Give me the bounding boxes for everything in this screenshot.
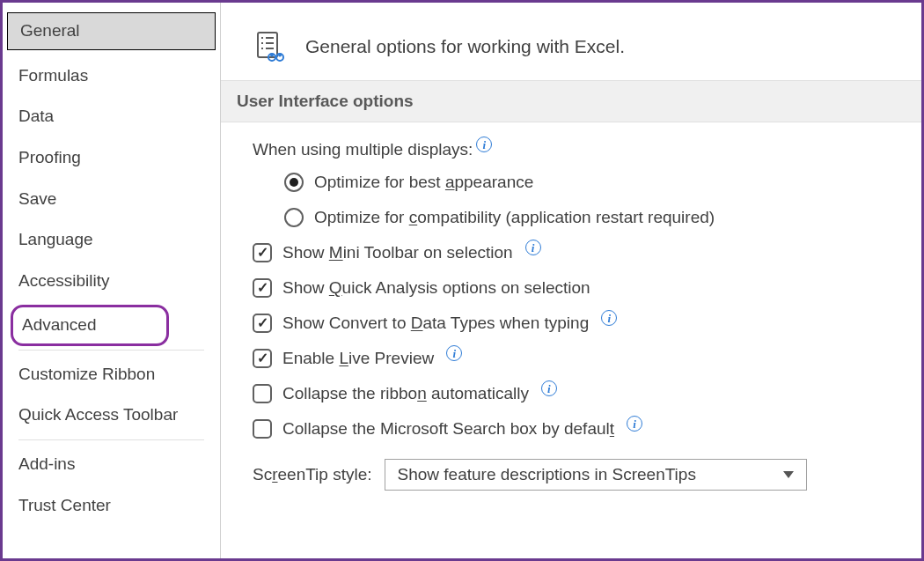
info-icon[interactable]: i: [446, 345, 462, 361]
checkbox-icon: [253, 243, 272, 262]
radio-optimize-compatibility[interactable]: Optimize for compatibility (application …: [253, 200, 895, 235]
checkbox-mini-toolbar[interactable]: Show Mini Toolbar on selection i: [253, 235, 895, 270]
radio-icon: [284, 173, 304, 192]
sidebar-item-add-ins[interactable]: Add-ins: [3, 444, 220, 485]
info-icon[interactable]: i: [525, 240, 541, 255]
options-content: General options for working with Excel. …: [221, 3, 921, 558]
checkbox-collapse-search[interactable]: Collapse the Microsoft Search box by def…: [253, 411, 895, 447]
screentip-style-dropdown[interactable]: Show feature descriptions in ScreenTips: [385, 459, 807, 491]
sidebar-divider: [18, 439, 204, 440]
checkbox-label: Show Quick Analysis options on selection: [282, 278, 590, 298]
checkbox-label: Collapse the Microsoft Search box by def…: [282, 419, 614, 439]
info-icon[interactable]: i: [601, 310, 617, 326]
options-icon: [253, 29, 288, 64]
sidebar-item-customize-ribbon[interactable]: Customize Ribbon: [3, 354, 220, 395]
page-title-row: General options for working with Excel.: [221, 3, 921, 80]
radio-icon: [284, 208, 304, 227]
svg-point-9: [270, 54, 274, 57]
sidebar-item-data[interactable]: Data: [3, 96, 220, 137]
checkbox-label: Show Mini Toolbar on selection: [282, 243, 513, 262]
radio-optimize-appearance[interactable]: Optimize for best appearance: [253, 165, 895, 200]
radio-label: Optimize for compatibility (application …: [314, 208, 715, 227]
section-header-ui-options: User Interface options: [221, 80, 921, 122]
checkbox-icon: [253, 314, 272, 333]
checkbox-live-preview[interactable]: Enable Live Preview i: [253, 341, 895, 376]
sidebar-item-accessibility[interactable]: Accessibility: [3, 261, 220, 302]
svg-point-10: [278, 54, 282, 57]
checkbox-icon: [253, 278, 272, 298]
options-sidebar: General Formulas Data Proofing Save Lang…: [3, 3, 221, 558]
sidebar-item-advanced[interactable]: Advanced: [11, 305, 169, 346]
options-dialog: General Formulas Data Proofing Save Lang…: [0, 0, 924, 561]
checkbox-label: Show Convert to Data Types when typing: [282, 314, 589, 333]
sidebar-item-quick-access-toolbar[interactable]: Quick Access Toolbar: [3, 395, 220, 436]
info-icon[interactable]: i: [541, 380, 557, 396]
screentip-label: ScreenTip style:: [253, 465, 372, 484]
sidebar-item-formulas[interactable]: Formulas: [3, 55, 220, 97]
sidebar-item-language[interactable]: Language: [3, 219, 220, 261]
checkbox-icon: [253, 349, 272, 368]
sidebar-divider: [18, 350, 204, 351]
checkbox-icon: [253, 384, 272, 403]
checkbox-quick-analysis[interactable]: Show Quick Analysis options on selection: [253, 270, 895, 306]
page-title: General options for working with Excel.: [305, 36, 625, 57]
sidebar-item-general[interactable]: General: [7, 12, 216, 50]
multiple-displays-label: When using multiple displays: i: [253, 140, 895, 159]
screentip-style-row: ScreenTip style: Show feature descriptio…: [253, 447, 895, 491]
checkbox-collapse-ribbon[interactable]: Collapse the ribbon automatically i: [253, 376, 895, 411]
info-icon[interactable]: i: [476, 137, 492, 152]
info-icon[interactable]: i: [627, 416, 642, 432]
sidebar-item-save[interactable]: Save: [3, 179, 220, 220]
dropdown-value: Show feature descriptions in ScreenTips: [398, 465, 696, 484]
radio-label: Optimize for best appearance: [314, 173, 533, 192]
checkbox-convert-data-types[interactable]: Show Convert to Data Types when typing i: [253, 306, 895, 341]
sidebar-item-trust-center[interactable]: Trust Center: [3, 485, 220, 527]
checkbox-icon: [253, 419, 272, 439]
sidebar-item-proofing[interactable]: Proofing: [3, 137, 220, 179]
checkbox-label: Collapse the ribbon automatically: [282, 384, 529, 403]
checkbox-label: Enable Live Preview: [282, 349, 434, 368]
chevron-down-icon: [783, 471, 794, 478]
section-body: When using multiple displays: i Optimize…: [221, 122, 921, 506]
